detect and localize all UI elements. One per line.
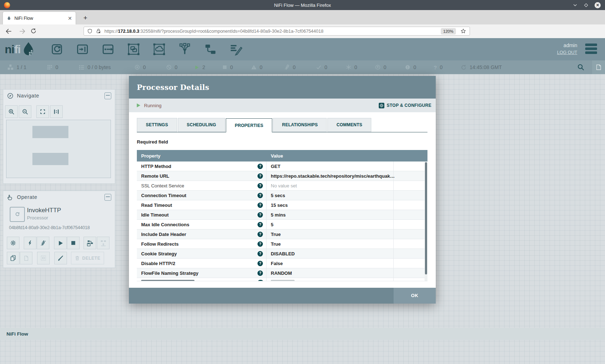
zoom-level-badge[interactable]: 120% (441, 28, 456, 35)
property-value: No value set (271, 183, 297, 188)
stop-button[interactable] (67, 237, 80, 249)
help-icon[interactable]: ? (257, 212, 263, 218)
selected-component-id: 04b8fd14-80a9-30e2-8b1a-7cf067544018 (9, 225, 90, 230)
dialog-title: Processor Details (137, 83, 209, 92)
help-icon[interactable]: ? (257, 251, 263, 256)
help-icon[interactable]: ? (257, 232, 263, 237)
url-bar[interactable]: https://172.18.0.3:32558/nifi/?processGr… (84, 27, 470, 36)
browser-toolbar: https://172.18.0.3:32558/nifi/?processGr… (0, 24, 605, 38)
property-name: Cookie Strategy (141, 251, 257, 256)
property-row: Cookie Strategy ? DISABLED (137, 249, 427, 259)
browser-tab[interactable]: NiFi Flow ✕ (3, 12, 76, 24)
running-status-label: Running (144, 103, 161, 108)
help-icon[interactable]: ? (257, 203, 263, 208)
paste-button (20, 252, 32, 264)
property-name: Connection Timeout (141, 193, 257, 198)
birdseye-minimap[interactable] (6, 120, 111, 178)
collapse-navigate-icon[interactable] (104, 92, 111, 99)
property-name: Max Idle Connections (141, 222, 257, 227)
table-scrollbar[interactable] (425, 161, 427, 281)
property-row: Read Timeout ? 15 secs (137, 200, 427, 210)
property-value: False (271, 261, 283, 266)
stop-and-configure-button[interactable]: STOP & CONFIGURE (378, 103, 431, 109)
clipped-property-row (137, 278, 427, 281)
property-row: Remote URL ? https://repo.stackable.tech… (137, 171, 427, 181)
property-row: Include Date Header ? True (137, 229, 427, 239)
help-icon[interactable]: ? (257, 222, 263, 227)
tab-comments[interactable]: COMMENTS (327, 118, 371, 132)
property-row: Idle Timeout ? 5 mins (137, 210, 427, 220)
close-window-icon[interactable]: ✕ (595, 2, 601, 8)
property-value: RANDOM (271, 270, 292, 276)
zoom-actual-size-button[interactable] (50, 105, 63, 118)
help-icon[interactable]: ? (257, 183, 263, 188)
tab-properties[interactable]: PROPERTIES (226, 118, 272, 132)
tracking-shield-icon[interactable] (87, 28, 93, 34)
property-name: HTTP Method (141, 164, 257, 169)
minimap-component (32, 126, 68, 138)
help-icon[interactable]: ? (257, 261, 263, 266)
zoom-fit-button[interactable] (36, 105, 49, 118)
property-row: Follow Redirects ? True (137, 239, 427, 249)
dialog-status-row: Running STOP & CONFIGURE (129, 99, 436, 112)
tab-scheduling[interactable]: SCHEDULING (178, 118, 225, 132)
processor-details-dialog: Processor Details Running STOP & CONFIGU… (129, 76, 436, 304)
copy-button[interactable] (7, 252, 19, 264)
start-button[interactable] (54, 237, 67, 249)
help-icon[interactable]: ? (257, 241, 263, 247)
reload-icon[interactable] (30, 28, 37, 34)
tab-title: NiFi Flow (14, 16, 68, 21)
create-template-button[interactable] (84, 237, 96, 249)
running-status-icon (136, 103, 141, 108)
property-value: https://repo.stackable.tech/repository/m… (271, 173, 395, 179)
property-name: Follow Redirects (141, 241, 257, 247)
property-row: Max Idle Connections ? 5 (137, 220, 427, 229)
trash-icon (75, 255, 80, 261)
bookmark-star-icon[interactable] (460, 28, 466, 34)
scrollbar-thumb[interactable] (425, 162, 427, 274)
zoom-in-button[interactable] (5, 105, 18, 118)
ok-button[interactable]: OK (394, 288, 436, 304)
property-name: Include Date Header (141, 232, 257, 237)
property-row: Disable HTTP/2 ? False (137, 259, 427, 268)
upload-template-button (97, 237, 109, 249)
tab-relationships[interactable]: RELATIONSHIPS (273, 118, 327, 132)
help-icon[interactable]: ? (257, 173, 263, 179)
hand-icon (7, 194, 14, 201)
collapse-operate-icon[interactable] (104, 194, 111, 201)
configure-button[interactable] (7, 237, 19, 249)
selected-component-icon (10, 207, 25, 222)
delete-button: DELETE (71, 252, 104, 264)
property-name: FlowFile Naming Strategy (141, 270, 257, 276)
maximize-icon[interactable] (584, 3, 588, 8)
lock-warning-icon[interactable] (96, 28, 101, 34)
fill-color-button[interactable] (54, 252, 67, 264)
required-field-label: Required field (137, 139, 427, 145)
nifi-favicon (6, 15, 12, 21)
disable-button[interactable] (37, 237, 49, 249)
property-name: SSL Context Service (141, 183, 257, 188)
help-icon[interactable]: ? (257, 270, 263, 276)
help-icon[interactable]: ? (257, 164, 263, 169)
enable-button[interactable] (24, 237, 36, 249)
help-icon[interactable]: ? (257, 193, 263, 198)
window-titlebar: NiFi Flow — Mozilla Firefox ✕ (0, 0, 605, 10)
close-tab-icon[interactable]: ✕ (68, 16, 72, 21)
firefox-logo-icon (4, 2, 10, 8)
property-name: Idle Timeout (141, 212, 257, 218)
property-row: FlowFile Naming Strategy ? RANDOM (137, 268, 427, 278)
dialog-header: Processor Details (129, 76, 436, 99)
tab-settings[interactable]: SETTINGS (137, 118, 177, 132)
minimize-icon[interactable] (573, 3, 578, 8)
back-icon[interactable] (5, 28, 12, 35)
zoom-out-button[interactable] (19, 105, 31, 118)
window-title: NiFi Flow — Mozilla Firefox (0, 3, 605, 8)
stop-configure-gear-icon (378, 103, 385, 109)
property-value: True (271, 232, 281, 237)
forward-icon[interactable] (19, 28, 26, 35)
minimap-component (32, 153, 68, 165)
navigate-panel: Navigate (3, 89, 115, 184)
dialog-tabs: SETTINGS SCHEDULING PROPERTIES RELATIONS… (137, 118, 427, 132)
selected-component-type: Processor (27, 215, 48, 220)
new-tab-button[interactable]: + (81, 13, 90, 23)
